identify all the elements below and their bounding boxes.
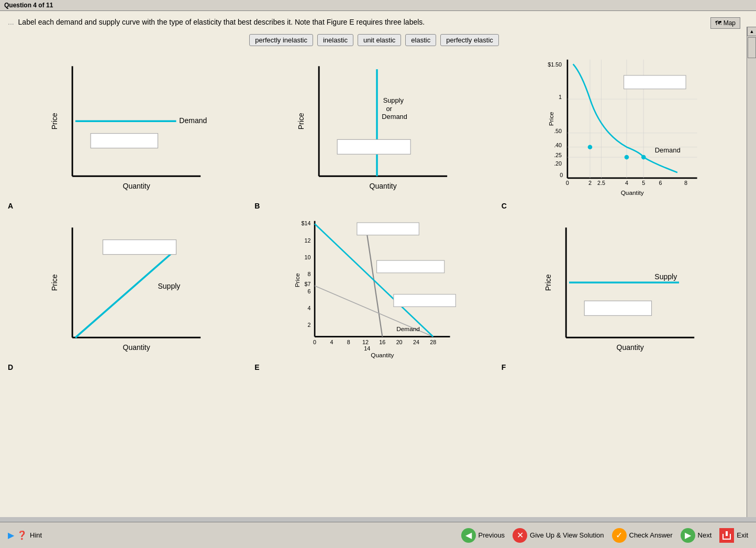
svg-rect-6 [91,134,158,148]
svg-point-42 [624,155,629,160]
label-options: perfectly inelastic inelastic unit elast… [8,34,740,46]
svg-text:Demand: Demand [179,116,207,125]
svg-text:2.5: 2.5 [597,180,605,186]
chip-perfectly-elastic[interactable]: perfectly elastic [440,34,499,46]
hint-arrow-icon: ▶ [8,530,14,540]
svg-text:2: 2 [308,322,311,328]
svg-text:.50: .50 [554,128,562,134]
previous-button[interactable]: ◀ Previous [461,528,505,543]
scrollbar[interactable]: ▲ ▼ [747,27,756,517]
chip-inelastic[interactable]: inelastic [317,34,353,46]
svg-rect-89 [726,531,728,536]
svg-text:Price: Price [50,274,59,291]
svg-text:Price: Price [294,273,301,287]
svg-text:Quantity: Quantity [123,182,150,190]
svg-text:12: 12 [362,339,369,345]
svg-text:8: 8 [308,271,311,277]
svg-text:4: 4 [308,305,311,311]
svg-text:20: 20 [396,339,403,345]
footer-left: ▶ ❓ Hint [8,530,42,540]
svg-text:2: 2 [588,180,592,186]
svg-text:1: 1 [559,94,562,100]
chip-perfectly-inelastic[interactable]: perfectly inelastic [249,34,313,46]
svg-text:8: 8 [684,180,687,186]
question-text: ... Label each demand and supply curve w… [8,17,705,28]
svg-rect-80 [377,260,444,273]
graph-f-label: F [502,363,740,371]
hint-button[interactable]: Hint [30,531,42,539]
svg-line-77 [315,224,433,336]
svg-text:Supply: Supply [383,96,404,104]
svg-text:4: 4 [625,180,628,186]
svg-text:.40: .40 [554,142,562,148]
svg-text:Supply: Supply [654,273,677,281]
svg-text:$1.50: $1.50 [548,61,562,68]
svg-text:.20: .20 [554,160,562,167]
svg-rect-88 [584,301,651,315]
chip-unit-elastic[interactable]: unit elastic [358,34,401,46]
graph-c-label: C [502,202,740,210]
svg-text:$7: $7 [305,281,311,287]
svg-text:6: 6 [659,180,662,186]
map-icon: 🗺 [715,19,721,27]
svg-text:Quantity: Quantity [371,352,394,359]
svg-text:8: 8 [347,339,350,345]
map-button[interactable]: 🗺 Map [710,17,740,29]
svg-text:24: 24 [413,339,419,345]
svg-rect-45 [624,75,685,89]
svg-text:5: 5 [642,180,645,186]
question-body: Label each demand and supply curve with … [18,18,425,26]
svg-text:4: 4 [330,339,333,345]
hint-question-icon: ❓ [17,530,27,540]
graph-e-label: E [254,363,493,371]
graph-d: Price Quantity Supply D [8,215,247,371]
svg-rect-15 [337,139,410,154]
exit-icon [719,528,734,543]
svg-point-43 [641,155,646,160]
svg-text:Price: Price [548,112,555,126]
check-answer-icon: ✓ [612,528,627,543]
svg-rect-81 [394,294,455,307]
question-counter: Question 4 of 11 [4,2,53,9]
graph-b-label: B [254,202,493,210]
footer: ▶ ❓ Hint ◀ Previous ✕ Give Up & View Sol… [0,522,756,548]
graph-e: Price $14 12 10 8 $7 6 4 2 0 4 8 [254,215,493,371]
exit-button[interactable]: Exit [719,528,748,543]
svg-text:or: or [386,105,393,113]
svg-text:0: 0 [560,172,563,178]
graph-c: Price $1.50 1 .50 .40 .25 .20 0 0 2 2.5 … [502,54,740,210]
svg-text:Demand: Demand [654,146,680,154]
svg-text:16: 16 [380,339,386,345]
svg-text:28: 28 [430,339,437,345]
footer-right: ◀ Previous ✕ Give Up & View Solution ✓ C… [461,528,748,543]
graph-a-label: A [8,202,247,210]
svg-text:Quantity: Quantity [620,189,643,196]
svg-text:Quantity: Quantity [123,343,150,352]
svg-text:Demand: Demand [382,113,407,120]
svg-text:Quantity: Quantity [616,343,643,352]
graph-b: Price Quantity Supply or Demand B [254,54,493,210]
graph-a: Price Quantity Demand A [8,54,247,210]
scroll-up-btn[interactable]: ▲ [747,27,756,36]
check-answer-button[interactable]: ✓ Check Answer [612,528,673,543]
svg-text:Demand: Demand [397,325,420,333]
give-up-button[interactable]: ✕ Give Up & View Solution [513,528,604,543]
svg-text:14: 14 [364,345,371,352]
svg-text:Price: Price [50,113,59,129]
svg-rect-53 [103,240,176,255]
svg-text:10: 10 [305,254,311,260]
graph-f: Price Quantity Supply F [502,215,740,371]
svg-text:6: 6 [308,288,311,294]
svg-text:0: 0 [313,339,316,345]
chip-elastic[interactable]: elastic [405,34,436,46]
scroll-thumb[interactable] [748,37,756,58]
svg-text:Price: Price [297,113,305,129]
svg-text:0: 0 [566,180,569,186]
give-up-icon: ✕ [513,528,527,543]
next-button[interactable]: ▶ Next [681,528,712,543]
question-header: ... Label each demand and supply curve w… [8,17,740,29]
svg-rect-79 [357,223,419,235]
svg-text:$14: $14 [302,220,311,226]
svg-text:Quantity: Quantity [370,182,397,190]
svg-point-41 [587,145,592,149]
